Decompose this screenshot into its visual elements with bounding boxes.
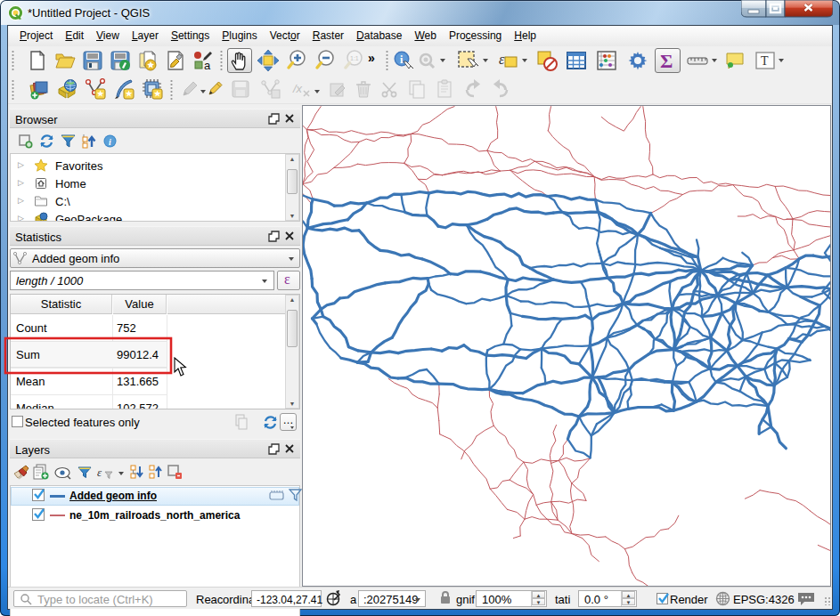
svg-text:Σ: Σ xyxy=(660,50,673,71)
svg-text:a: a xyxy=(204,59,211,71)
svg-text:i: i xyxy=(109,137,111,147)
svg-text:T: T xyxy=(761,54,769,68)
svg-text:1:1: 1:1 xyxy=(350,55,359,61)
svg-text:/x: /x xyxy=(292,82,303,95)
svg-text:ε: ε xyxy=(499,52,505,67)
svg-text:ε: ε xyxy=(97,466,102,479)
